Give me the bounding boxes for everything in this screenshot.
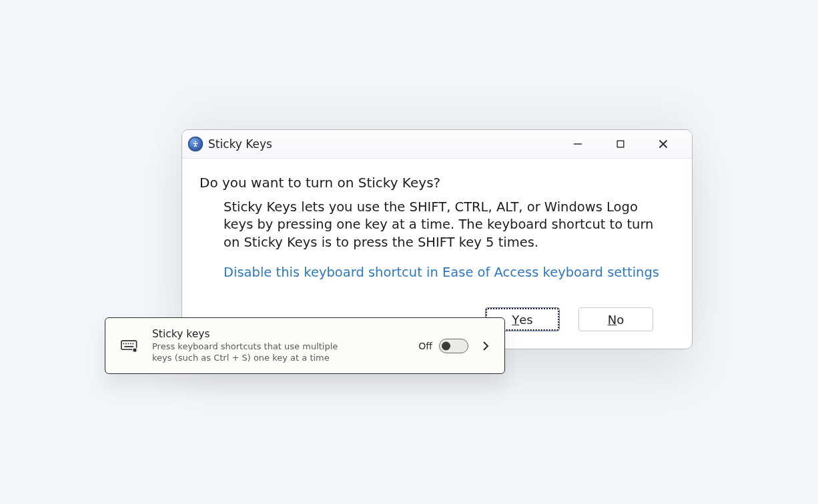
minimize-button[interactable] <box>568 134 588 154</box>
tile-description: Press keyboard shortcuts that use multip… <box>152 341 352 364</box>
dialog-description: Sticky Keys lets you use the SHIFT, CTRL… <box>224 199 664 251</box>
sticky-keys-toggle[interactable] <box>439 339 468 353</box>
sticky-keys-settings-tile[interactable]: Sticky keys Press keyboard shortcuts tha… <box>105 317 505 374</box>
close-button[interactable] <box>653 134 673 154</box>
sticky-keys-dialog: Sticky Keys Do you want to turn on Stick… <box>181 129 693 349</box>
accessibility-icon <box>188 137 203 151</box>
no-button[interactable]: No <box>578 307 653 331</box>
no-mnemonic: N <box>608 313 617 327</box>
yes-mnemonic: Y <box>512 313 519 327</box>
yes-rest: es <box>519 313 532 327</box>
no-rest: o <box>617 313 624 327</box>
dialog-heading: Do you want to turn on Sticky Keys? <box>199 175 675 191</box>
disable-shortcut-link[interactable]: Disable this keyboard shortcut in Ease o… <box>224 265 675 280</box>
tile-title: Sticky keys <box>152 328 392 340</box>
toggle-knob <box>442 341 450 350</box>
window-title: Sticky Keys <box>208 137 272 151</box>
maximize-button[interactable] <box>610 134 631 154</box>
titlebar[interactable]: Sticky Keys <box>182 130 692 159</box>
chevron-right-icon[interactable] <box>479 339 492 353</box>
svg-point-0 <box>195 141 196 142</box>
svg-rect-2 <box>617 141 624 147</box>
svg-rect-12 <box>133 348 137 352</box>
keyboard-icon <box>120 338 140 354</box>
toggle-state-label: Off <box>418 341 432 351</box>
dialog-body: Do you want to turn on Sticky Keys? Stic… <box>182 159 692 280</box>
